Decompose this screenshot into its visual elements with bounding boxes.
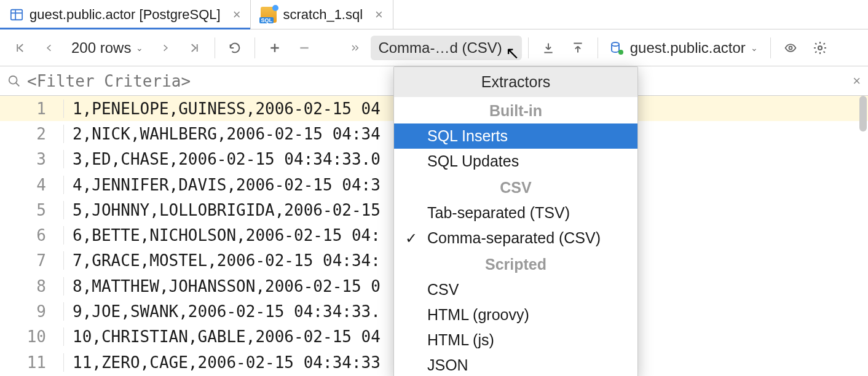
row-number: 4: [0, 176, 64, 194]
clear-filter-button[interactable]: ×: [853, 73, 861, 89]
import-button[interactable]: [564, 34, 591, 61]
add-row-button[interactable]: [261, 34, 288, 61]
svg-rect-0: [11, 9, 22, 20]
row-number: 10: [0, 327, 64, 346]
datasource-icon: [610, 41, 625, 55]
menu-item-scripted-csv[interactable]: CSV: [394, 277, 637, 302]
menu-title: Extractors: [394, 67, 637, 97]
menu-item-csv[interactable]: Comma-separated (CSV): [394, 225, 637, 251]
menu-item-json[interactable]: JSON: [394, 353, 637, 376]
separator: [770, 37, 771, 58]
menu-item-tsv[interactable]: Tab-separated (TSV): [394, 200, 637, 225]
svg-point-3: [612, 42, 619, 46]
svg-point-6: [818, 46, 822, 50]
export-button[interactable]: [535, 34, 562, 61]
datasource-label: guest.public.actor: [630, 39, 746, 57]
prev-page-button[interactable]: [36, 34, 63, 61]
menu-item-html-groovy[interactable]: HTML (groovy): [394, 302, 637, 327]
separator: [215, 37, 215, 58]
row-number: 11: [0, 353, 64, 372]
menu-item-html-js[interactable]: HTML (js): [394, 327, 637, 353]
sql-file-icon: [261, 7, 277, 23]
row-count-label: 200 rows: [71, 39, 131, 57]
extractors-menu: Extractors Built-in SQL Inserts SQL Upda…: [393, 66, 638, 376]
reload-button[interactable]: [221, 34, 248, 61]
row-number: 6: [0, 226, 64, 245]
row-number: 5: [0, 201, 64, 219]
menu-item-sql-inserts[interactable]: SQL Inserts: [394, 123, 637, 149]
svg-point-4: [618, 50, 623, 55]
settings-button[interactable]: [807, 34, 834, 61]
close-icon[interactable]: ×: [375, 7, 383, 23]
row-number: 1: [0, 100, 64, 118]
svg-point-5: [789, 46, 792, 49]
extractor-label: Comma-…d (CSV): [378, 39, 502, 57]
row-number: 2: [0, 125, 64, 143]
more-actions-button[interactable]: [341, 34, 368, 61]
view-button[interactable]: [777, 34, 804, 61]
row-number: 8: [0, 277, 64, 296]
datasource-dropdown[interactable]: guest.public.actor ⌄: [604, 36, 764, 60]
menu-section-builtin: Built-in: [394, 97, 637, 123]
separator: [254, 37, 255, 58]
tab-actor-table[interactable]: guest.public.actor [PostgreSQL] ×: [0, 0, 251, 29]
tab-label: guest.public.actor [PostgreSQL]: [30, 7, 221, 23]
last-page-button[interactable]: [181, 34, 208, 61]
tab-scratch-sql[interactable]: scratch_1.sql ×: [251, 0, 393, 29]
data-toolbar: 200 rows ⌄ Comma-…d (CSV) ⌄ ↖ guest.publ…: [0, 29, 868, 66]
search-icon: [7, 74, 21, 88]
row-number: 3: [0, 150, 64, 168]
editor-tabs: guest.public.actor [PostgreSQL] × scratc…: [0, 0, 868, 29]
close-icon[interactable]: ×: [233, 7, 241, 23]
svg-point-7: [9, 76, 17, 84]
menu-item-sql-updates[interactable]: SQL Updates: [394, 149, 637, 174]
tab-label: scratch_1.sql: [283, 7, 363, 23]
separator: [598, 37, 598, 58]
chevron-down-icon: ⌄: [751, 43, 758, 53]
remove-row-button[interactable]: [291, 34, 318, 61]
row-number: 7: [0, 251, 64, 270]
row-number: 9: [0, 302, 64, 321]
extractor-dropdown[interactable]: Comma-…d (CSV) ⌄: [371, 36, 521, 60]
first-page-button[interactable]: [6, 34, 33, 61]
menu-section-csv: CSV: [394, 174, 637, 200]
chevron-down-icon: ⌄: [507, 43, 515, 53]
next-page-button[interactable]: [152, 34, 179, 61]
separator: [528, 37, 529, 58]
chevron-down-icon: ⌄: [136, 43, 143, 53]
table-icon: [10, 8, 23, 22]
row-count-dropdown[interactable]: 200 rows ⌄: [65, 36, 149, 60]
menu-section-scripted: Scripted: [394, 251, 637, 277]
